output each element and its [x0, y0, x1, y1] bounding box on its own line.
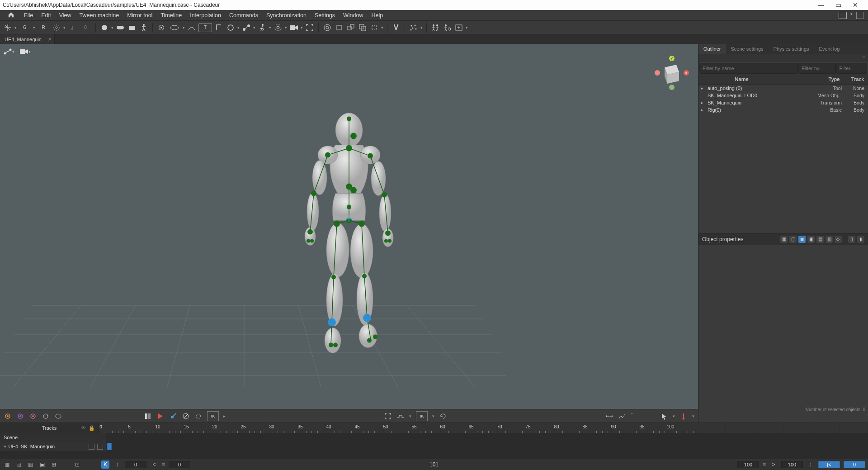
- menu-edit[interactable]: Edit: [37, 12, 55, 19]
- capsule-mode-icon[interactable]: [115, 23, 125, 33]
- document-tab[interactable]: UE4_Mannequin ×: [0, 34, 55, 44]
- text-tool-icon[interactable]: T: [198, 23, 212, 32]
- track-lock-icon[interactable]: 🔒: [89, 425, 95, 431]
- next-key-icon[interactable]: >: [769, 461, 778, 469]
- autokey-icon[interactable]: K: [101, 461, 109, 469]
- filter-name-input[interactable]: [699, 63, 798, 74]
- col-track-header[interactable]: Track: [847, 76, 868, 82]
- outliner-row[interactable]: ▸ Rig(0) Basic Body: [698, 106, 868, 114]
- menu-window[interactable]: Window: [339, 12, 367, 19]
- prop-icon-4[interactable]: ▣: [807, 236, 815, 243]
- dashed-box-icon[interactable]: [369, 23, 379, 33]
- foot-icon-4[interactable]: ▣: [38, 461, 46, 469]
- graph-icon[interactable]: [618, 412, 626, 420]
- frame-fit-icon[interactable]: [454, 23, 464, 33]
- key-blue-icon[interactable]: [169, 412, 177, 420]
- ik-mode-button[interactable]: IK: [416, 411, 428, 421]
- prop-icon-6[interactable]: ▥: [826, 236, 833, 243]
- marker-red-icon[interactable]: [679, 412, 688, 420]
- track-scene-label[interactable]: Scene: [0, 433, 106, 442]
- pin-tool-icon[interactable]: ⦿: [156, 23, 166, 33]
- frame-field-a[interactable]: 0: [125, 461, 146, 468]
- v-icon[interactable]: V: [391, 23, 401, 33]
- menu-tween-machine[interactable]: Tween machine: [75, 12, 123, 19]
- home-icon[interactable]: [2, 11, 20, 19]
- menu-commands[interactable]: Commands: [225, 12, 262, 19]
- loop-icon[interactable]: [54, 412, 62, 420]
- panel-icon[interactable]: [856, 12, 863, 19]
- menu-file[interactable]: File: [20, 12, 37, 19]
- foot-icon-5[interactable]: ⊞: [50, 461, 58, 469]
- snap-up-icon[interactable]: ↕: [113, 461, 121, 469]
- step-icon[interactable]: [396, 412, 405, 420]
- prop-icon-2[interactable]: ▢: [789, 236, 797, 243]
- frame-crop-icon[interactable]: [305, 23, 315, 33]
- foot-icon-6[interactable]: ⊡: [73, 461, 81, 469]
- dotted-cycle-icon[interactable]: [194, 412, 203, 420]
- track-toggle-a[interactable]: [89, 444, 94, 450]
- track-asset-label[interactable]: + UE4_SK_Mannequin: [0, 442, 106, 451]
- range-end-a[interactable]: 100: [737, 461, 759, 468]
- keyframe-clip[interactable]: [107, 443, 112, 450]
- prop-icon-9[interactable]: ▮: [857, 236, 864, 243]
- foot-icon-3[interactable]: ▦: [26, 461, 34, 469]
- tab-scene-settings[interactable]: Scene settings: [726, 44, 769, 54]
- range-val-blue[interactable]: 0: [844, 461, 865, 468]
- crop-icon[interactable]: [384, 412, 392, 420]
- prop-icon-7[interactable]: ◇: [835, 236, 842, 243]
- foot-icon-2[interactable]: ▤: [14, 461, 23, 469]
- snap-down-icon[interactable]: ↕: [807, 461, 815, 469]
- tab-physics-settings[interactable]: Physics settings: [769, 44, 814, 54]
- close-tab-icon[interactable]: ×: [48, 36, 52, 43]
- target-icon[interactable]: [52, 23, 61, 33]
- prop-icon-8[interactable]: ▯: [848, 236, 855, 243]
- copy-boxes-icon[interactable]: [346, 23, 356, 33]
- circle-tool-icon[interactable]: [226, 23, 236, 33]
- menu-settings[interactable]: Settings: [311, 12, 339, 19]
- overlay-boxes-icon[interactable]: [358, 23, 368, 33]
- manipulator-icon[interactable]: [3, 23, 13, 33]
- outliner-row[interactable]: SK_Mannequin_LOD0 Mesh Obj... Body: [698, 92, 868, 99]
- minimize-button[interactable]: —: [815, 1, 827, 9]
- visibility-dot-icon[interactable]: [273, 23, 283, 33]
- outliner-row[interactable]: ▸ auto_posing (0) Tool None: [698, 85, 868, 92]
- figure-mode-icon[interactable]: [139, 23, 149, 33]
- expand-track-icon[interactable]: +: [4, 444, 6, 449]
- scatter-icon[interactable]: [409, 23, 419, 33]
- panel-menu-icon[interactable]: ≡: [862, 55, 865, 61]
- magnet-icon[interactable]: ⫰: [67, 23, 77, 33]
- frame-field-b[interactable]: 0: [169, 461, 190, 468]
- rotate-toggle-button[interactable]: R: [37, 23, 50, 33]
- viewport-camera-icon[interactable]: ▾: [19, 47, 31, 57]
- run-icon[interactable]: [257, 23, 267, 33]
- ik-toggle-button[interactable]: IK: [207, 411, 219, 421]
- menu-mirror-tool[interactable]: Mirror tool: [123, 12, 156, 19]
- col-name-header[interactable]: Name: [698, 76, 821, 82]
- outliner-row[interactable]: ▸ SK_Mannequin Transform Body: [698, 99, 868, 106]
- prop-icon-1[interactable]: ▦: [780, 236, 788, 243]
- maximize-button[interactable]: ▭: [832, 1, 844, 9]
- layout-dropdown-icon[interactable]: ▾: [850, 12, 853, 19]
- joint-tool-icon[interactable]: [241, 23, 251, 33]
- menu-interpolation[interactable]: Interpolation: [186, 12, 225, 19]
- range-start-blue[interactable]: |<: [818, 461, 840, 468]
- box-mode-icon[interactable]: [127, 23, 137, 33]
- timeline-ruler[interactable]: ▾ 05101520253035404550556065707580859095…: [99, 423, 868, 433]
- filter-track-input[interactable]: [836, 63, 868, 74]
- viewport-bones-icon[interactable]: ▾: [3, 47, 14, 57]
- close-button[interactable]: ✕: [849, 1, 862, 9]
- menu-help[interactable]: Help: [368, 12, 387, 19]
- refresh-icon[interactable]: [439, 412, 447, 420]
- prop-icon-5[interactable]: ▤: [816, 236, 824, 243]
- ellipse-tool-icon[interactable]: [168, 23, 181, 33]
- viewport-3d[interactable]: ▾ ▾: [0, 44, 698, 423]
- radial-icon[interactable]: [322, 23, 332, 33]
- col-type-header[interactable]: Type: [821, 76, 847, 82]
- play-red-icon[interactable]: [156, 412, 165, 420]
- curve-tool-icon[interactable]: [187, 23, 197, 33]
- cursor-icon[interactable]: [660, 412, 668, 420]
- foot-icon-1[interactable]: ▥: [3, 461, 11, 469]
- view-cube[interactable]: Y X: [651, 55, 690, 94]
- gear-character-icon[interactable]: [442, 23, 452, 33]
- filter-type-input[interactable]: [798, 63, 835, 74]
